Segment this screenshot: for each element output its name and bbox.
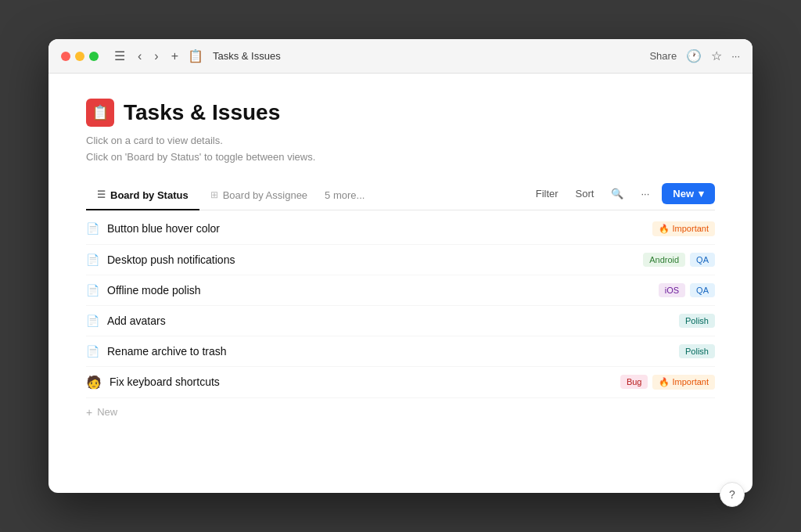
avatar-icon: 🧑 [86,375,102,390]
table-row[interactable]: 📄 Desktop push notifications Android QA [86,245,715,275]
main-content: 📋 Tasks & Issues Click on a card to view… [48,74,753,493]
tag-important: 🔥 Important [652,375,715,390]
tabs-bar: ☰ Board by Status ⊞ Board by Assignee 5 … [86,182,715,210]
new-button[interactable]: New ▾ [662,183,715,204]
hamburger-icon[interactable]: ☰ [111,47,128,65]
page-description: Click on a card to view details. Click o… [86,133,715,166]
table-row[interactable]: 📄 Button blue hover color 🔥 Important [86,214,715,245]
doc-icon: 📄 [86,345,99,358]
tag-polish: Polish [679,314,715,328]
tab-controls: Filter Sort 🔍 ··· New ▾ [531,183,715,207]
table-row[interactable]: 🧑 Fix keyboard shortcuts Bug 🔥 Important [86,367,715,398]
grid-icon: ⊞ [210,189,218,200]
add-new-row[interactable]: + New [86,398,715,426]
tab-board-status[interactable]: ☰ Board by Status [86,182,199,210]
tag-qa: QA [690,253,715,267]
task-tags: Polish [679,314,715,328]
doc-icon: 📄 [86,284,99,297]
doc-icon: 📄 [86,253,99,266]
plus-icon: + [86,406,92,419]
table-row[interactable]: 📄 Offline mode polish iOS QA [86,275,715,306]
close-button[interactable] [61,52,70,61]
titlebar-actions: Share 🕐 ☆ ··· [649,49,740,63]
chevron-down-icon: ▾ [699,188,704,200]
task-tags: Android QA [643,253,715,267]
filter-button[interactable]: Filter [531,185,563,203]
add-page-button[interactable]: + [168,48,181,65]
list-icon: ☰ [97,189,106,200]
table-row[interactable]: 📄 Add avatars Polish [86,306,715,336]
task-tags: Polish [679,344,715,358]
tag-ios: iOS [659,283,685,297]
page-header: 📋 Tasks & Issues [86,99,715,127]
task-tags: 🔥 Important [652,221,715,236]
maximize-button[interactable] [89,52,99,61]
window-title: Tasks & Issues [213,50,281,62]
share-button[interactable]: Share [649,50,677,62]
sort-button[interactable]: Sort [571,185,599,203]
star-icon[interactable]: ☆ [711,49,722,63]
search-button[interactable]: 🔍 [606,185,628,203]
more-options-button[interactable]: ··· [731,50,740,62]
back-button[interactable]: ‹ [135,48,145,65]
tab-more[interactable]: 5 more... [318,182,371,209]
page-title: Tasks & Issues [124,100,280,125]
search-icon: 🔍 [611,188,623,200]
titlebar: ☰ ‹ › + 📋 Tasks & Issues Share 🕐 ☆ ··· [48,39,753,74]
task-tags: Bug 🔥 Important [620,375,715,390]
more-button[interactable]: ··· [636,185,654,203]
app-icon: 📋 [188,49,203,63]
task-tags: iOS QA [659,283,715,297]
history-icon[interactable]: 🕐 [686,49,702,63]
tag-important: 🔥 Important [652,221,715,236]
tab-board-assignee[interactable]: ⊞ Board by Assignee [199,182,318,210]
doc-icon: 📄 [86,315,99,327]
tag-qa: QA [690,283,715,297]
task-list: 📄 Button blue hover color 🔥 Important 📄 … [86,214,715,426]
help-button[interactable]: ? [720,482,745,507]
doc-icon: 📄 [86,222,99,235]
forward-button[interactable]: › [151,48,161,65]
table-row[interactable]: 📄 Rename archive to trash Polish [86,336,715,367]
traffic-lights [61,52,99,61]
tag-android: Android [643,253,685,267]
tag-bug: Bug [620,375,648,389]
page-icon: 📋 [86,99,114,127]
app-window: ☰ ‹ › + 📋 Tasks & Issues Share 🕐 ☆ ··· 📋… [48,39,753,493]
tag-polish: Polish [679,344,715,358]
tab-list: ☰ Board by Status ⊞ Board by Assignee 5 … [86,182,531,210]
minimize-button[interactable] [75,52,84,61]
